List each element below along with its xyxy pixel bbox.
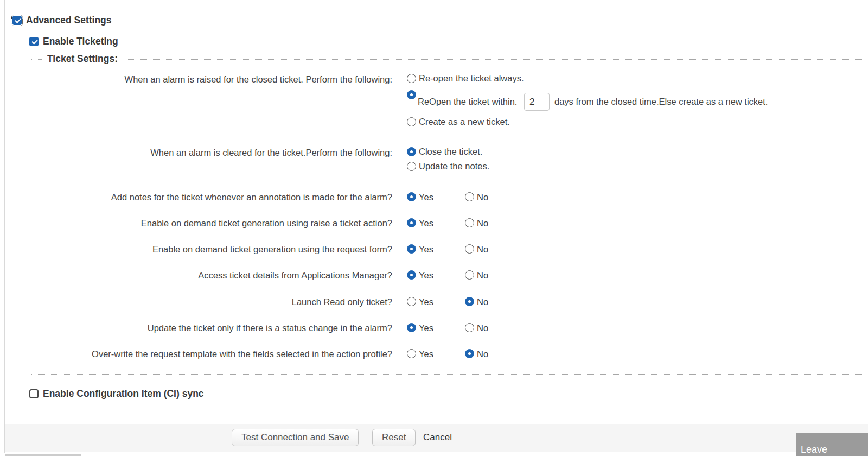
yes-radio[interactable]: [407, 218, 416, 227]
ticket-settings-fieldset: Ticket Settings: When an alarm is raised…: [31, 59, 868, 375]
yes-label: Yes: [419, 244, 433, 255]
leave-feedback-widget[interactable]: Leave: [796, 433, 868, 456]
ci-sync-row: Enable Configuration Item (CI) sync: [29, 388, 204, 399]
close-ticket-radio[interactable]: [407, 147, 416, 156]
reopen-days-input[interactable]: [524, 93, 550, 111]
yes-radio[interactable]: [407, 349, 416, 358]
yes-label: Yes: [419, 297, 433, 307]
test-connection-save-button[interactable]: Test Connection and Save: [232, 429, 359, 446]
question-label: Launch Read only ticket?: [31, 296, 392, 307]
advanced-settings-row: Advanced Settings: [12, 15, 112, 26]
no-radio[interactable]: [465, 218, 474, 227]
question-label: Enable on demand ticket generation using…: [31, 218, 392, 229]
no-label: No: [477, 270, 488, 281]
ci-sync-checkbox[interactable]: [29, 389, 39, 398]
update-notes-radio[interactable]: [407, 162, 416, 171]
question-label: Update the ticket only if there is a sta…: [31, 322, 392, 333]
no-label: No: [477, 349, 488, 359]
ci-sync-label: Enable Configuration Item (CI) sync: [43, 388, 204, 400]
advanced-settings-checkbox[interactable]: [12, 16, 22, 25]
reset-button[interactable]: Reset: [372, 429, 416, 446]
yes-no-question-row: Enable on demand ticket generation using…: [31, 243, 520, 255]
update-notes-option[interactable]: Update the notes.: [407, 161, 489, 172]
create-new-ticket-radio[interactable]: [407, 117, 416, 126]
reopen-within-radio[interactable]: [407, 90, 416, 99]
yes-label: Yes: [419, 192, 433, 202]
yes-label: Yes: [419, 323, 433, 333]
yes-radio[interactable]: [407, 323, 416, 332]
left-panel-border: [4, 0, 5, 453]
question-label: Add notes for the ticket whenever an ann…: [31, 192, 392, 202]
no-radio[interactable]: [465, 192, 474, 201]
yes-label: Yes: [419, 270, 433, 281]
footer-bar: Test Connection and Save Reset Cancel: [5, 424, 868, 452]
create-new-ticket-option[interactable]: Create as a new ticket.: [407, 117, 510, 127]
reopen-always-label: Re-open the ticket always.: [419, 73, 524, 84]
question-label: Over-write the request template with the…: [31, 349, 392, 359]
enable-ticketing-label: Enable Ticketing: [43, 36, 118, 47]
no-radio[interactable]: [465, 244, 474, 254]
no-label: No: [477, 244, 488, 255]
question-label: Access ticket details from Applications …: [31, 270, 392, 281]
no-label: No: [477, 297, 488, 307]
no-label: No: [477, 323, 488, 333]
reopen-always-option[interactable]: Re-open the ticket always.: [407, 73, 524, 84]
no-radio[interactable]: [465, 323, 474, 332]
reopen-always-radio[interactable]: [407, 74, 416, 83]
close-ticket-label: Close the ticket.: [419, 147, 482, 157]
yes-no-question-row: Add notes for the ticket whenever an ann…: [31, 191, 520, 203]
yes-no-question-row: Over-write the request template with the…: [31, 348, 520, 360]
yes-no-question-row: Launch Read only ticket? Yes No: [31, 296, 520, 308]
yes-radio[interactable]: [407, 297, 416, 306]
yes-no-question-row: Access ticket details from Applications …: [31, 269, 520, 281]
no-radio[interactable]: [465, 297, 474, 306]
yes-no-question-row: Update the ticket only if there is a sta…: [31, 322, 520, 334]
leave-feedback-label: Leave: [801, 444, 827, 455]
yes-label: Yes: [419, 218, 433, 229]
cancel-link[interactable]: Cancel: [423, 432, 452, 443]
yes-radio[interactable]: [407, 244, 416, 254]
yes-radio[interactable]: [407, 270, 416, 280]
reopen-within-label-after: days from the closed time.Else create as…: [554, 96, 768, 107]
close-ticket-option[interactable]: Close the ticket.: [407, 147, 482, 157]
no-label: No: [477, 218, 488, 229]
create-new-ticket-label: Create as a new ticket.: [419, 117, 510, 127]
question-label: Enable on demand ticket generation using…: [31, 244, 392, 255]
enable-ticketing-checkbox[interactable]: [29, 37, 39, 46]
enable-ticketing-row: Enable Ticketing: [29, 36, 118, 47]
no-label: No: [477, 192, 488, 202]
no-radio[interactable]: [465, 270, 474, 280]
advanced-settings-label: Advanced Settings: [26, 15, 112, 26]
ticket-settings-legend: Ticket Settings:: [42, 53, 123, 65]
yes-no-question-row: Enable on demand ticket generation using…: [31, 217, 520, 229]
alarm-cleared-question-label: When an alarm is cleared for the ticket.…: [31, 147, 392, 158]
ticket-settings-page: Advanced Settings Enable Ticketing Ticke…: [0, 0, 868, 456]
update-notes-label: Update the notes.: [419, 161, 489, 172]
yes-radio[interactable]: [407, 192, 416, 201]
no-radio[interactable]: [465, 349, 474, 358]
yes-label: Yes: [419, 349, 433, 359]
reopen-within-label-before: ReOpen the ticket within.: [418, 96, 517, 107]
alarm-raised-question-label: When an alarm is raised for the closed t…: [31, 74, 392, 85]
